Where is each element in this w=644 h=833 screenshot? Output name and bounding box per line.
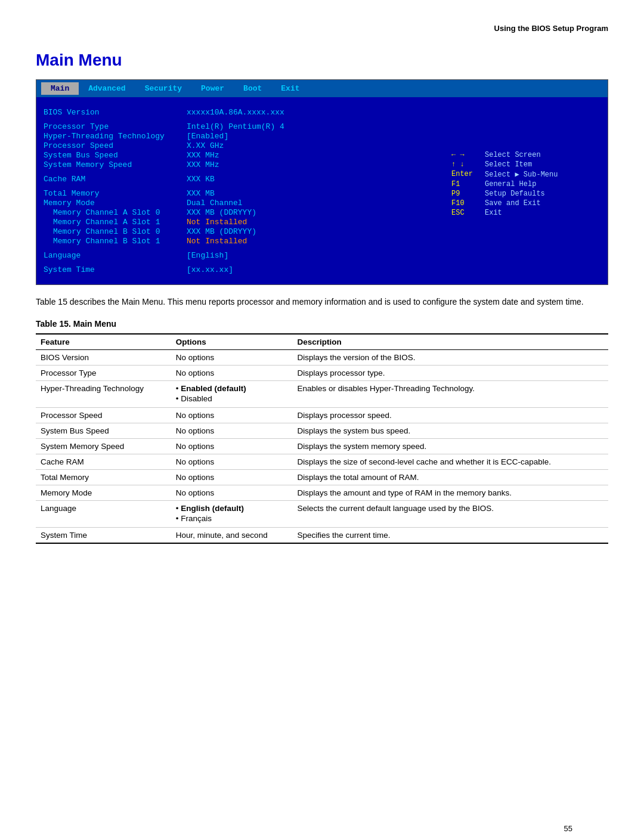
bios-row-mem-ch-a-slot0: Memory Channel A Slot 0 XXX MB (DDRYYY) [44,208,445,217]
bios-row-language: Language [English] [44,251,445,260]
bios-row-mem-ch-a-slot1: Memory Channel A Slot 1 Not Installed [44,218,445,227]
bios-screen: Main Advanced Security Power Boot Exit B… [36,79,608,285]
bios-row-bios-version: BIOS Version xxxxx10A.86A.xxxx.xxx [44,108,445,117]
option-item: Français [176,514,288,523]
bios-left-panel: BIOS Version xxxxx10A.86A.xxxx.xxx Proce… [44,103,445,280]
bios-row-cache-ram: Cache RAM XXX KB [44,175,445,184]
cell-description: Enables or disables Hyper-Threading Tech… [293,381,608,408]
cell-feature: BIOS Version [36,350,171,366]
bios-key-esc: ESC [451,209,481,217]
bios-value-memory-mode: Dual Channel [187,199,243,208]
bios-row-processor-type: Processor Type Intel(R) Pentium(R) 4 [44,122,445,131]
bios-content: BIOS Version xxxxx10A.86A.xxxx.xxx Proce… [36,97,608,284]
bios-help-f10: F10 Save and Exit [451,199,600,208]
cell-description: Displays the system memory speed. [293,439,608,454]
bios-desc-f1: General Help [485,180,536,188]
bios-row-hyper-threading: Hyper-Threading Technology [Enabled] [44,132,445,141]
cell-options: Enabled (default)Disabled [171,381,293,408]
page-title: Main Menu [36,51,608,70]
bios-desc-select-item: Select Item [485,160,532,169]
cell-description: Displays the amount and type of RAM in t… [293,485,608,501]
bios-label-total-memory: Total Memory [44,189,187,198]
bios-value-mem-ch-b-slot0: XXX MB (DDRYYY) [187,227,256,236]
bios-help-select-item: ↑ ↓ Select Item [451,160,600,169]
table-row: System TimeHour, minute, and secondSpeci… [36,528,608,544]
bios-help-esc: ESC Exit [451,209,600,217]
cell-description: Displays the system bus speed. [293,423,608,439]
option-item: Disabled [176,394,288,403]
bios-help-p9: P9 Setup Defaults [451,190,600,198]
cell-feature: System Bus Speed [36,423,171,439]
table-row: Processor SpeedNo optionsDisplays proces… [36,408,608,423]
table-row: System Memory SpeedNo optionsDisplays th… [36,439,608,454]
bios-help-enter: Enter Select ▶ Sub-Menu [451,170,600,179]
bios-label-cache-ram: Cache RAM [44,175,187,184]
bios-row-system-bus-speed: System Bus Speed XXX MHz [44,151,445,160]
bios-label-memory-mode: Memory Mode [44,199,187,208]
bios-label-mem-ch-a-slot0: Memory Channel A Slot 0 [44,208,187,217]
bios-nav-exit[interactable]: Exit [271,82,309,95]
bios-desc-esc: Exit [485,209,502,217]
bios-label-hyper-threading: Hyper-Threading Technology [44,132,187,141]
cell-options: No options [171,439,293,454]
table-row: Processor TypeNo optionsDisplays process… [36,366,608,381]
bios-row-system-memory-speed: System Memory Speed XXX MHz [44,160,445,169]
table-row: Cache RAMNo optionsDisplays the size of … [36,454,608,470]
bios-label-mem-ch-a-slot1: Memory Channel A Slot 1 [44,218,187,227]
bios-row-mem-ch-b-slot1: Memory Channel B Slot 1 Not Installed [44,237,445,246]
bios-nav-security[interactable]: Security [135,82,191,95]
cell-description: Displays the version of the BIOS. [293,350,608,366]
col-options: Options [171,334,293,350]
bios-nav-boot[interactable]: Boot [234,82,271,95]
col-feature: Feature [36,334,171,350]
bios-label-processor-type: Processor Type [44,122,187,131]
cell-feature: Processor Speed [36,408,171,423]
bios-label-processor-speed: Processor Speed [44,141,187,150]
bios-row-total-memory: Total Memory XXX MB [44,189,445,198]
bios-help-f1: F1 General Help [451,180,600,188]
bios-label-bios-version: BIOS Version [44,108,187,117]
main-menu-table: Feature Options Description BIOS Version… [36,333,608,544]
bios-label-system-bus-speed: System Bus Speed [44,151,187,160]
table-row: System Bus SpeedNo optionsDisplays the s… [36,423,608,439]
cell-feature: System Memory Speed [36,439,171,454]
bios-row-memory-mode: Memory Mode Dual Channel [44,199,445,208]
option-item: English (default) [176,504,288,513]
bios-value-bios-version: xxxxx10A.86A.xxxx.xxx [187,108,284,117]
bios-key-f1: F1 [451,180,481,188]
bios-label-system-memory-speed: System Memory Speed [44,160,187,169]
bios-value-hyper-threading: [Enabled] [187,132,228,141]
bios-row-system-time: System Time [xx.xx.xx] [44,265,445,274]
cell-description: Displays processor type. [293,366,608,381]
col-description: Description [293,334,608,350]
bios-value-total-memory: XXX MB [187,189,215,198]
bios-label-mem-ch-b-slot0: Memory Channel B Slot 0 [44,227,187,236]
bios-desc-select-screen: Select Screen [485,151,541,159]
bios-nav-main[interactable]: Main [41,82,79,95]
bios-key-arrows: ← → [451,151,481,159]
bios-label-language: Language [44,251,187,260]
bios-nav: Main Advanced Security Power Boot Exit [36,80,608,97]
cell-feature: System Time [36,528,171,544]
bios-row-mem-ch-b-slot0: Memory Channel B Slot 0 XXX MB (DDRYYY) [44,227,445,236]
cell-options: No options [171,366,293,381]
description-text: Table 15 describes the Main Menu. This m… [36,296,608,308]
bios-key-updown: ↑ ↓ [451,160,481,169]
bios-nav-power[interactable]: Power [191,82,234,95]
cell-options: No options [171,423,293,439]
bios-nav-advanced[interactable]: Advanced [79,82,135,95]
bios-key-f10: F10 [451,199,481,208]
bios-value-system-bus-speed: XXX MHz [187,151,219,160]
table-row: Total MemoryNo optionsDisplays the total… [36,470,608,485]
cell-options: No options [171,470,293,485]
bios-value-cache-ram: XXX KB [187,175,215,184]
bios-value-mem-ch-a-slot1: Not Installed [187,218,247,227]
bios-key-p9: P9 [451,190,481,198]
bios-desc-p9: Setup Defaults [485,190,545,198]
bios-value-processor-type: Intel(R) Pentium(R) 4 [187,122,284,131]
cell-feature: Memory Mode [36,485,171,501]
bios-desc-enter: Select ▶ Sub-Menu [485,170,558,179]
table-row: LanguageEnglish (default)FrançaisSelects… [36,501,608,528]
bios-value-system-time: [xx.xx.xx] [187,265,233,274]
bios-help-select-screen: ← → Select Screen [451,151,600,159]
